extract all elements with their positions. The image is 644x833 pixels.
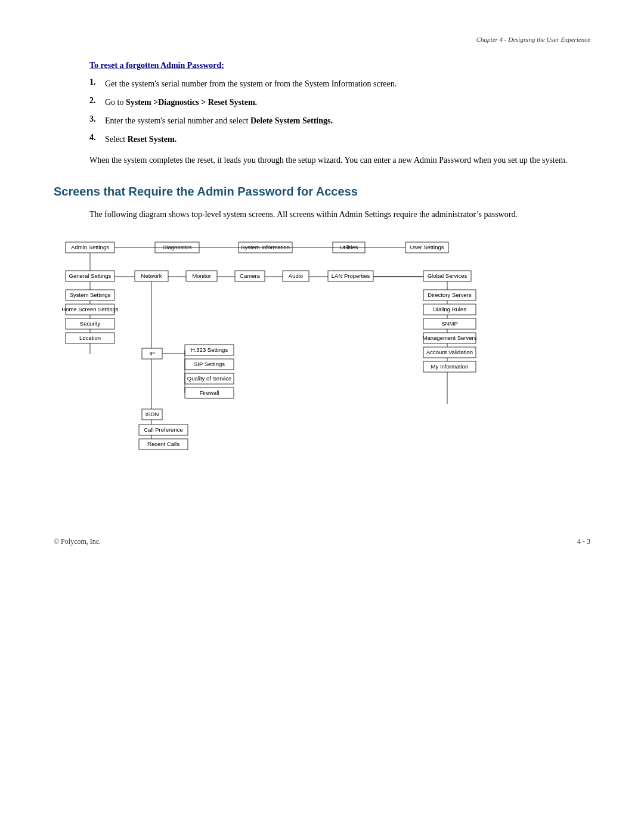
svg-text:IP: IP [150,350,155,357]
chapter-text: Chapter 4 - Designing the User Experienc… [476,36,590,43]
step-text-4: Select Reset System. [105,133,590,145]
step-num-2: 2. [89,96,100,109]
diagram-intro: The following diagram shows top-level sy… [89,208,590,221]
svg-text:SNMP: SNMP [441,320,457,327]
svg-text:Global Services: Global Services [428,272,467,279]
step-num-1: 1. [89,78,100,90]
step-text-1: Get the system's serial number from the … [105,78,590,90]
svg-text:Audio: Audio [289,272,303,279]
svg-text:H.323 Settings: H.323 Settings [191,346,228,353]
section-title: Screens that Require the Admin Password … [54,185,590,199]
reset-title: To reset a forgotten Admin Password: [89,61,590,70]
svg-text:Account Validation: Account Validation [426,349,473,355]
step-text-3: Enter the system's serial number and sel… [105,114,590,127]
svg-text:LAN Properties: LAN Properties [332,272,370,279]
step-num-4: 4. [89,133,100,145]
svg-text:ISDN: ISDN [145,411,159,417]
svg-text:Firewall: Firewall [200,389,219,396]
svg-text:Home Screen Settings: Home Screen Settings [61,306,118,312]
step-2: 2. Go to System >Diagnostics > Reset Sys… [89,96,590,109]
svg-text:Management Servers: Management Servers [423,335,477,341]
svg-text:Admin Settings: Admin Settings [71,244,109,250]
copyright: © Polycom, Inc. [54,537,101,546]
svg-text:General Settings: General Settings [69,272,112,279]
page-number: 4 - 3 [577,537,590,546]
svg-text:Network: Network [141,272,162,279]
svg-text:My Information: My Information [431,363,469,370]
steps-list: 1. Get the system's serial number from t… [89,78,590,145]
svg-text:System Information: System Information [241,244,290,250]
svg-text:Dialing Rules: Dialing Rules [433,306,466,312]
svg-text:Call Preference: Call Preference [144,426,182,433]
svg-text:Security: Security [80,320,101,327]
svg-text:Directory Servers: Directory Servers [428,292,472,298]
step-num-3: 3. [89,114,100,127]
svg-text:Recent Calls: Recent Calls [147,441,179,447]
svg-text:User Settings: User Settings [410,244,444,250]
svg-text:Monitor: Monitor [192,272,211,279]
svg-text:System Settings: System Settings [70,292,111,298]
footer: © Polycom, Inc. 4 - 3 [54,537,590,546]
step-text-2: Go to System >Diagnostics > Reset System… [105,96,590,109]
tree-diagram: Admin Settings Diagnostics System Inform… [54,236,602,522]
step-4: 4. Select Reset System. [89,133,590,145]
closing-para: When the system completes the reset, it … [89,154,590,167]
step-1: 1. Get the system's serial number from t… [89,78,590,90]
svg-text:Utilities: Utilities [340,244,358,250]
svg-text:Diagnostics: Diagnostics [162,244,191,250]
svg-text:Quality of Service: Quality of Service [187,375,231,382]
svg-text:Location: Location [79,335,101,341]
step-3: 3. Enter the system's serial number and … [89,114,590,127]
svg-text:SIP Settings: SIP Settings [194,361,225,367]
chapter-header: Chapter 4 - Designing the User Experienc… [54,36,590,43]
diagram-container: Admin Settings Diagnostics System Inform… [54,236,590,522]
reset-section: To reset a forgotten Admin Password: 1. … [89,61,590,167]
svg-text:Camera: Camera [240,272,261,279]
